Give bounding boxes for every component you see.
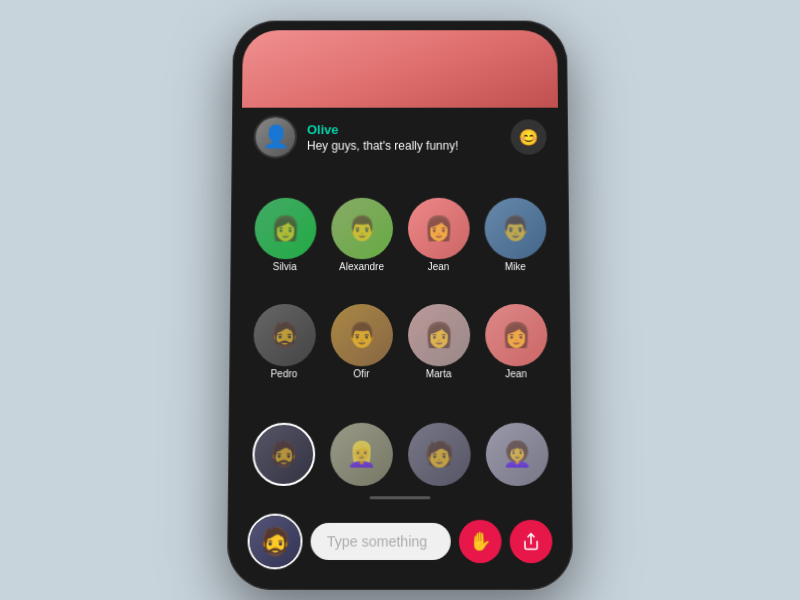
share-icon [522,532,540,551]
avatar-marta: 👩 [408,304,470,366]
participants-grid: 👩 Silvia 👨 Alexandre 👩 Jean [238,166,562,492]
avatar-mike: 👨 [484,198,546,259]
hand-icon: ✋ [469,530,491,553]
self-mini-avatar: 🧔 [247,514,302,570]
top-video-bg [242,30,558,107]
scroll-indicator [370,496,431,499]
active-speaker-name: Olive [307,122,501,137]
top-video-area [242,30,558,107]
participant-silvia[interactable]: 👩 Silvia [248,170,321,272]
participant-name-alexandre: Alexandre [339,261,384,272]
participant-jean-f[interactable]: 👩 Jean [402,170,475,272]
participant-user2[interactable]: 👱‍♀️ [324,383,398,488]
phone-frame: 👤 Olive Hey guys, that's really funny! 😊… [227,21,573,590]
active-speaker-avatar: 👤 [253,116,297,159]
avatar-user3: 🧑 [408,423,471,486]
avatar-silvia: 👩 [254,198,316,259]
participant-self[interactable]: 🧔 [246,383,320,488]
active-speaker-message: Hey guys, that's really funny! [307,138,501,152]
avatar-jean-f: 👩 [407,198,469,259]
bottom-bar: 🧔 Type something ✋ [237,505,563,579]
avatar-user4: 👩‍🦱 [485,423,548,486]
participant-mike[interactable]: 👨 Mike [478,170,551,272]
participant-marta[interactable]: 👩 Marta [402,276,475,379]
participant-name-silvia: Silvia [273,261,297,272]
participant-name-jean-f: Jean [428,261,450,272]
participant-jean-m[interactable]: 👩 Jean [479,276,553,379]
avatar-ofir: 👨 [330,304,392,366]
avatar-user2: 👱‍♀️ [330,423,393,486]
share-button[interactable] [510,520,553,563]
input-placeholder: Type something [327,533,427,549]
participant-pedro[interactable]: 🧔 Pedro [247,276,321,379]
participant-name-jean-m: Jean [505,368,527,379]
participant-name-mike: Mike [505,261,526,272]
active-speaker-info: Olive Hey guys, that's really funny! [307,122,501,152]
speaker-button[interactable]: 😊 [511,119,547,154]
avatar-jean-m: 👩 [485,304,548,366]
participant-user3[interactable]: 🧑 [402,383,476,488]
active-speaker-bar: 👤 Olive Hey guys, that's really funny! 😊 [241,108,558,167]
avatar-alexandre: 👨 [331,198,393,259]
avatar-self: 🧔 [252,423,315,486]
speaker-icon: 😊 [519,128,539,147]
type-input[interactable]: Type something [311,523,451,560]
participant-user4[interactable]: 👩‍🦱 [479,383,553,488]
participant-alexandre[interactable]: 👨 Alexandre [325,170,398,272]
participant-name-ofir: Ofir [353,368,369,379]
participant-name-marta: Marta [426,368,452,379]
participant-name-pedro: Pedro [270,368,297,379]
hand-raise-button[interactable]: ✋ [459,520,502,563]
avatar-pedro: 🧔 [253,304,316,366]
main-content: 👤 Olive Hey guys, that's really funny! 😊… [237,108,563,580]
participant-ofir[interactable]: 👨 Ofir [325,276,398,379]
phone-screen: 👤 Olive Hey guys, that's really funny! 😊… [237,30,563,579]
